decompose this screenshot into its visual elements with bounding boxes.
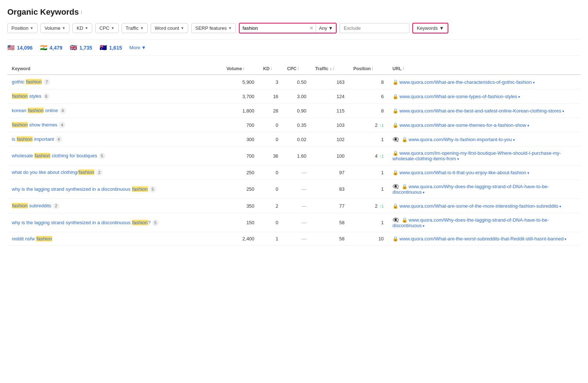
cpc-cell: 0.35 [283, 118, 311, 132]
country-stat-gb[interactable]: 🇬🇧 1,735 [70, 44, 92, 51]
table-row: reddit nsfw fashion2,4001—5810🔒www.quora… [7, 232, 581, 246]
url-cell: 👁‍🗨 🔒www.quora.com/Why-does-the-lagging-… [388, 180, 581, 199]
url-arrow-icon: ▾ [532, 80, 535, 85]
url-arrow-icon: ▾ [517, 95, 520, 99]
url-link[interactable]: www.quora.com/What-are-some-themes-for-a… [399, 122, 526, 128]
position-cell: 1 [349, 213, 388, 232]
title-info-icon: i [81, 10, 82, 15]
cpc-filter[interactable]: CPC ▼ [95, 23, 118, 33]
url-link[interactable]: www.quora.com/What-are-the-worst-subredd… [399, 236, 564, 241]
url-arrow-icon: ▾ [561, 109, 564, 113]
url-link[interactable]: www.quora.com/What-are-some-types-of-fas… [399, 94, 517, 99]
volume-cell: 3,700 [222, 89, 259, 104]
lock-icon: 🔒 [392, 122, 398, 128]
page-title: Organic Keywords i [7, 7, 581, 17]
col-volume[interactable]: Volume i [222, 63, 259, 75]
word-count-badge: 4 [55, 136, 62, 143]
col-traffic[interactable]: Traffic ↓ i [311, 63, 349, 75]
volume-cell: 700 [222, 147, 259, 165]
any-arrow-icon: ▼ [328, 25, 333, 31]
word-count-badge: 5 [99, 153, 105, 159]
keyword-link[interactable]: fashion show themes [12, 122, 57, 128]
keyword-cell: reddit nsfw fashion [7, 232, 222, 246]
exclude-input[interactable] [340, 23, 409, 33]
keyword-link[interactable]: wholesale fashion clothing for boutiques [12, 153, 97, 158]
keyword-link[interactable]: reddit nsfw fashion [12, 236, 52, 241]
keywords-table: Keyword Volume i KD i CPC i Traffic ↓ i … [7, 63, 581, 246]
position-cell: 6 [349, 89, 388, 104]
kd-cell: 0 [259, 132, 283, 147]
keyword-link[interactable]: what do you like about clothing/fashion [12, 169, 94, 175]
keyword-link[interactable]: korean fashion online [12, 108, 58, 113]
table-header-row: Keyword Volume i KD i CPC i Traffic ↓ i … [7, 63, 581, 75]
url-cell: 🔒www.quora.com/What-are-the-characterist… [388, 75, 581, 89]
more-countries-button[interactable]: More ▼ [129, 45, 146, 50]
kd-cell: 36 [259, 147, 283, 165]
serp-feature-icon: 👁‍🗨 [392, 183, 400, 189]
url-link[interactable]: www.quora.com/What-are-the-best-and-safe… [399, 108, 561, 114]
url-link[interactable]: www.quora.com/What-are-some-of-the-more-… [399, 203, 558, 209]
url-cell: 🔒www.quora.com/What-are-the-best-and-saf… [388, 104, 581, 118]
url-link[interactable]: www.quora.com/Im-opening-my-first-boutiq… [392, 150, 561, 161]
lock-icon: 🔒 [392, 203, 398, 209]
table-row: why is the lagging strand synthesized in… [7, 213, 581, 232]
url-link[interactable]: www.quora.com/Why-is-fashion-important-t… [409, 137, 512, 142]
volume-cell: 1,800 [222, 104, 259, 118]
search-clear-button[interactable]: ✕ [307, 24, 316, 33]
keyword-link[interactable]: is fashion important [12, 136, 54, 142]
keyword-link[interactable]: why is the lagging strand synthesized in… [12, 186, 148, 192]
traffic-cell: 163 [311, 75, 349, 89]
traffic-cell: 77 [311, 199, 349, 213]
table-row: korean fashion online41,800280.901158🔒ww… [7, 104, 581, 118]
country-stat-us[interactable]: 🇺🇸 14,096 [7, 44, 33, 51]
col-url[interactable]: URL i [388, 63, 581, 75]
in-flag-icon: 🇮🇳 [40, 44, 47, 51]
keyword-link[interactable]: fashion subreddits [12, 203, 51, 208]
keywords-button[interactable]: Keywords ▼ [412, 23, 448, 33]
col-kd[interactable]: KD i [259, 63, 283, 75]
au-flag-icon: 🇦🇺 [100, 44, 107, 51]
url-cell: 🔒www.quora.com/What-are-some-themes-for-… [388, 118, 581, 132]
kd-filter[interactable]: KD ▼ [72, 23, 92, 33]
keyword-cell: what do you like about clothing/fashion2 [7, 165, 222, 180]
url-cell: 🔒www.quora.com/Im-opening-my-first-bouti… [388, 147, 581, 165]
url-link[interactable]: www.quora.com/Why-does-the-lagging-stran… [392, 184, 549, 195]
url-arrow-icon: ▾ [558, 204, 561, 208]
cpc-cell: — [283, 199, 311, 213]
url-link[interactable]: www.quora.com/What-is-it-that-you-enjoy-… [399, 170, 526, 175]
word-count-badge: 5 [150, 186, 156, 193]
position-filter[interactable]: Position ▼ [7, 23, 37, 33]
cpc-cell: 0.02 [283, 132, 311, 147]
col-position[interactable]: Position i [349, 63, 388, 75]
url-arrow-icon: ▾ [422, 224, 425, 228]
lock-icon: 🔒 [392, 236, 398, 241]
url-link[interactable]: www.quora.com/What-are-the-characteristi… [399, 79, 532, 85]
cpc-cell: — [283, 213, 311, 232]
country-stat-in[interactable]: 🇮🇳 4,479 [40, 44, 62, 51]
word-count-badge: 5 [152, 219, 159, 226]
serp-features-filter[interactable]: SERP features ▼ [191, 23, 236, 33]
keyword-link[interactable]: gothic fashion [12, 79, 42, 85]
volume-cell: 300 [222, 132, 259, 147]
position-cell: 8 [349, 104, 388, 118]
lock-icon: 🔒 [402, 137, 408, 142]
table-row: is fashion important430000.021021👁‍🗨 🔒ww… [7, 132, 581, 147]
volume-cell: 350 [222, 199, 259, 213]
cpc-cell: 3.00 [283, 89, 311, 104]
word-count-filter[interactable]: Word count ▼ [151, 23, 188, 33]
traffic-filter[interactable]: Traffic ▼ [122, 23, 148, 33]
search-any-dropdown[interactable]: Any ▼ [316, 24, 336, 33]
kd-cell: 3 [259, 75, 283, 89]
keyword-link[interactable]: why is the lagging strand synthesized in… [12, 220, 151, 225]
url-link[interactable]: www.quora.com/Why-does-the-lagging-stran… [392, 217, 549, 228]
cpc-cell: — [283, 232, 311, 246]
col-cpc[interactable]: CPC i [283, 63, 311, 75]
volume-filter[interactable]: Volume ▼ [40, 23, 69, 33]
word-count-badge: 6 [43, 93, 50, 100]
search-input[interactable] [240, 24, 307, 33]
url-cell: 🔒www.quora.com/What-are-the-worst-subred… [388, 232, 581, 246]
serp-feature-icon: 👁‍🗨 [392, 217, 400, 223]
country-stat-au[interactable]: 🇦🇺 1,615 [100, 44, 122, 51]
keyword-link[interactable]: fashion styles [12, 93, 42, 99]
keyword-cell: fashion subreddits2 [7, 199, 222, 213]
